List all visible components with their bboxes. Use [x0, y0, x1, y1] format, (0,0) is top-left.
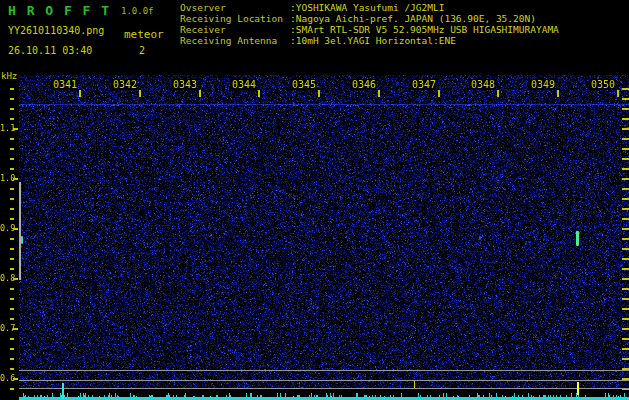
freq-minor-tick-right: [622, 158, 629, 160]
freq-minor-tick-left: [10, 248, 14, 250]
freq-minor-tick-right: [622, 148, 629, 150]
freq-minor-tick-left: [10, 118, 14, 120]
meteor-echo-0347: [479, 236, 481, 240]
freq-minor-tick-left: [10, 98, 14, 100]
freq-axis-label-dash: [13, 128, 18, 130]
freq-minor-tick-right: [622, 118, 629, 120]
hrofft-screen: H R O F F T 1.0.0f YY2610110340.png mete…: [0, 0, 629, 400]
freq-minor-tick-right: [622, 278, 629, 280]
freq-minor-tick-right: [622, 288, 629, 290]
time-axis-tick: [199, 90, 201, 97]
long-echo-threshold-line: [19, 388, 629, 389]
time-axis-label: 0350: [589, 79, 615, 90]
freq-minor-tick-right: [622, 98, 629, 100]
freq-minor-tick-left: [10, 388, 14, 390]
time-axis-label: 0341: [51, 79, 77, 90]
freq-minor-tick-right: [622, 308, 629, 310]
freq-axis-label: 1.1: [0, 124, 14, 133]
freq-axis-label-dash: [13, 278, 18, 280]
freq-minor-tick-right: [622, 88, 629, 90]
freq-minor-tick-left: [10, 358, 14, 360]
time-axis-label: 0343: [171, 79, 197, 90]
freq-minor-tick-left: [10, 88, 14, 90]
freq-minor-tick-left: [10, 138, 14, 140]
freq-minor-tick-left: [10, 158, 14, 160]
freq-minor-tick-right: [622, 178, 629, 180]
freq-minor-tick-left: [10, 168, 14, 170]
time-axis-label: 0349: [529, 79, 555, 90]
freq-minor-tick-right: [622, 198, 629, 200]
meteor-echo-0340: [21, 236, 23, 244]
freq-minor-tick-right: [622, 268, 629, 270]
time-axis-label: 0344: [230, 79, 256, 90]
freq-minor-tick-left: [10, 238, 14, 240]
freq-minor-tick-right: [622, 218, 629, 220]
time-axis-tick: [139, 90, 141, 97]
freq-minor-tick-left: [10, 338, 14, 340]
freq-minor-tick-left: [10, 298, 14, 300]
freq-minor-tick-left: [10, 318, 14, 320]
long-echo-threshold-line: [19, 380, 629, 381]
time-axis-tick: [557, 90, 559, 97]
freq-axis-label: 0.8: [0, 274, 14, 283]
time-axis-label: 0347: [410, 79, 436, 90]
time-axis-label: 0346: [350, 79, 376, 90]
freq-minor-tick-right: [622, 108, 629, 110]
freq-axis-label-dash: [13, 178, 18, 180]
freq-minor-tick-left: [10, 218, 14, 220]
freq-minor-tick-left: [10, 288, 14, 290]
time-axis-label: 0348: [469, 79, 495, 90]
time-axis-tick: [438, 90, 440, 97]
freq-axis-label: 0.9: [0, 224, 14, 233]
time-axis-tick: [258, 90, 260, 97]
time-axis-tick: [378, 90, 380, 97]
freq-minor-tick-left: [10, 108, 14, 110]
freq-minor-tick-left: [10, 348, 14, 350]
freq-minor-tick-right: [622, 298, 629, 300]
spectrogram-overlay: 1.11.00.90.80.70.60341034203430344034503…: [0, 0, 629, 400]
freq-minor-tick-right: [622, 208, 629, 210]
freq-axis-label: 0.6: [0, 374, 14, 383]
freq-minor-tick-right: [622, 248, 629, 250]
freq-minor-tick-left: [10, 308, 14, 310]
freq-axis-label: 0.7: [0, 324, 14, 333]
freq-minor-tick-right: [622, 258, 629, 260]
freq-minor-tick-right: [622, 338, 629, 340]
freq-minor-tick-left: [10, 198, 14, 200]
freq-minor-tick-left: [10, 208, 14, 210]
freq-minor-tick-left: [10, 148, 14, 150]
freq-minor-tick-left: [10, 368, 14, 370]
noise-floor-spike: [62, 383, 64, 399]
time-axis-tick: [79, 90, 81, 97]
freq-axis-label-dash: [13, 228, 18, 230]
count-range-line: [19, 182, 21, 280]
echo-marker-0346: [414, 381, 415, 388]
freq-minor-tick-right: [622, 358, 629, 360]
time-axis-tick: [497, 90, 499, 97]
freq-axis-label: 1.0: [0, 174, 14, 183]
echo-marker-0349: [577, 382, 579, 395]
freq-minor-tick-right: [622, 348, 629, 350]
freq-minor-tick-left: [10, 268, 14, 270]
long-echo-threshold-line: [19, 370, 629, 371]
freq-minor-tick-left: [10, 258, 14, 260]
freq-minor-tick-right: [622, 128, 629, 130]
time-axis-tick: [617, 90, 619, 97]
freq-minor-tick-right: [622, 328, 629, 330]
freq-axis-label-dash: [13, 328, 18, 330]
noise-floor-baseline: [19, 397, 629, 398]
time-axis-label: 0342: [111, 79, 137, 90]
freq-minor-tick-right: [622, 228, 629, 230]
time-axis-tick: [318, 90, 320, 97]
interference-line: [19, 104, 629, 105]
freq-minor-tick-right: [622, 238, 629, 240]
freq-minor-tick-right: [622, 138, 629, 140]
freq-minor-tick-left: [10, 188, 14, 190]
freq-minor-tick-right: [622, 188, 629, 190]
freq-minor-tick-right: [622, 318, 629, 320]
freq-axis-label-dash: [13, 378, 18, 380]
meteor-echo-0349: [576, 231, 579, 246]
freq-minor-tick-right: [622, 168, 629, 170]
time-axis-label: 0345: [290, 79, 316, 90]
